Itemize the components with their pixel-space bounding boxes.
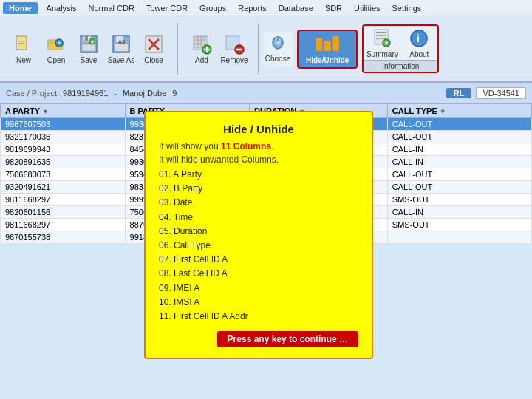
edit-tools-group: Add Remove: [183, 32, 253, 66]
vd-badge: VD-34541: [476, 87, 526, 99]
new-button[interactable]: New: [9, 32, 38, 66]
svg-rect-23: [194, 44, 197, 47]
menu-normal-cdr[interactable]: Normal CDR: [83, 2, 140, 14]
save-button[interactable]: Save: [74, 32, 103, 66]
popup-list-item: 06. Call Type: [159, 239, 358, 253]
menu-analysis[interactable]: Analysis: [41, 2, 83, 14]
svg-rect-24: [198, 37, 201, 40]
phone-number: 9819194961: [63, 89, 108, 98]
popup-list-item: 10. IMSI A: [159, 296, 358, 310]
case-person-name: Manoj Dube: [123, 89, 166, 98]
col-call-type: CALL TYPE ▼: [387, 104, 531, 118]
popup-list-item: 02. B Party: [159, 182, 358, 196]
toolbar: New Open Save AS Save As Close: [0, 16, 532, 83]
menu-reports[interactable]: Reports: [232, 2, 273, 14]
svg-rect-26: [198, 44, 201, 47]
popup-line1: It will show you 11 Columns.: [159, 141, 358, 151]
popup-list: 01. A Party02. B Party03. Date04. Time05…: [159, 168, 358, 324]
svg-rect-40: [324, 41, 331, 51]
popup-highlight: 11 Columns: [221, 141, 271, 151]
svg-rect-21: [194, 37, 197, 40]
svg-rect-39: [316, 38, 322, 51]
close-button[interactable]: Close: [139, 32, 168, 66]
popup-line2: It will hide unwanted Columns.: [159, 154, 358, 165]
table-container: A PARTY ▼ B PARTY DURATION ▼ CALL TYPE ▼…: [0, 103, 532, 399]
choose-button[interactable]: Choose: [263, 32, 293, 66]
menu-settings[interactable]: Settings: [386, 2, 428, 14]
svg-rect-15: [115, 44, 128, 51]
menu-database[interactable]: Database: [273, 2, 319, 14]
svg-rect-41: [332, 35, 339, 50]
file-tools-group: New Open Save AS Save As Close: [4, 32, 173, 66]
menu-groups[interactable]: Groups: [194, 2, 232, 14]
popup-list-item: 03. Date: [159, 196, 358, 210]
svg-rect-28: [202, 41, 205, 44]
popup-title: Hide / Unhide: [159, 123, 358, 135]
rl-badge: RL: [446, 88, 472, 98]
main-content: Case / Project 9819194961 - Manoj Dube 9…: [0, 83, 532, 399]
popup-list-item: 05. Duration: [159, 225, 358, 239]
menu-sdr[interactable]: SDR: [319, 2, 348, 14]
svg-rect-22: [194, 41, 197, 44]
svg-rect-44: [376, 35, 386, 36]
popup-list-item: 11. First Cell ID A Addr: [159, 310, 358, 324]
popup-list-item: 09. IMEI A: [159, 282, 358, 296]
case-row: Case / Project 9819194961 - Manoj Dube 9…: [0, 83, 532, 103]
menu-utilities[interactable]: Utilities: [348, 2, 386, 14]
case-label: Case / Project: [6, 89, 57, 98]
svg-rect-2: [18, 41, 25, 42]
svg-text:i: i: [417, 33, 420, 44]
popup-list-item: 01. A Party: [159, 168, 358, 182]
press-continue-button[interactable]: Press any key to continue …: [217, 331, 358, 347]
add-button[interactable]: Add: [187, 32, 216, 66]
menu-bar: Home Analysis Normal CDR Tower CDR Group…: [0, 0, 532, 16]
svg-text:AS: AS: [118, 39, 126, 44]
svg-rect-10: [82, 44, 95, 51]
hide-unhide-popup: Hide / Unhide It will show you 11 Column…: [144, 111, 373, 359]
hide-unhide-button[interactable]: Hide/Unhide: [297, 30, 358, 69]
svg-rect-25: [198, 41, 201, 44]
remove-button[interactable]: Remove: [219, 32, 249, 66]
case-suffix: 9: [172, 89, 177, 98]
svg-rect-3: [18, 43, 25, 44]
about-button[interactable]: i About: [400, 26, 437, 60]
svg-rect-27: [202, 37, 205, 40]
svg-rect-9: [85, 36, 88, 41]
information-label: Information: [364, 60, 437, 72]
popup-list-item: 08. Last Cell ID A: [159, 267, 358, 281]
home-button[interactable]: Home: [3, 2, 38, 14]
summary-button[interactable]: Summary: [364, 26, 400, 60]
svg-rect-43: [376, 32, 386, 33]
col-a-party: A PARTY ▼: [1, 104, 126, 118]
popup-list-item: 04. Time: [159, 211, 358, 225]
menu-tower-cdr[interactable]: Tower CDR: [140, 2, 194, 14]
open-button[interactable]: Open: [41, 32, 71, 66]
save-as-button[interactable]: AS Save As: [106, 32, 136, 66]
popup-list-item: 07. First Cell ID A: [159, 253, 358, 267]
